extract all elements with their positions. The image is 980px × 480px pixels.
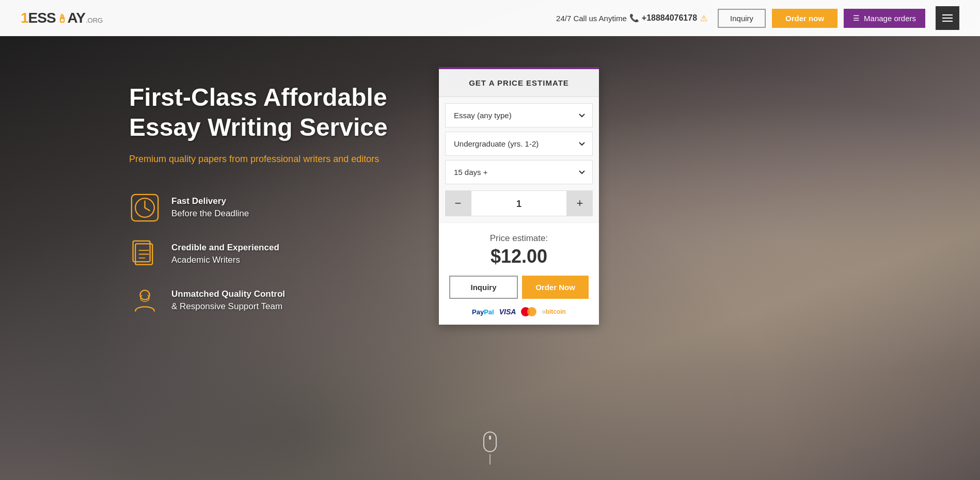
paypal-icon: PayPal	[472, 308, 494, 316]
price-estimate-label: Price estimate:	[449, 233, 589, 244]
feature-fast-delivery: Fast Delivery Before the Deadline	[129, 192, 439, 223]
academic-level-select[interactable]: High School Undergraduate (yrs. 1-2) Und…	[445, 132, 593, 156]
manage-orders-icon: ☰	[853, 14, 860, 22]
manage-orders-label: Manage orders	[864, 14, 916, 23]
essay-type-select[interactable]: Essay (any type) Research Paper Term Pap…	[445, 103, 593, 127]
phone-label: 24/7 Call us Anytime	[556, 14, 627, 23]
phone-icon: 📞	[629, 13, 639, 23]
svg-line-3	[145, 207, 149, 211]
features-list: Fast Delivery Before the Deadline C	[129, 192, 439, 316]
warning-icon: ⚠	[700, 13, 707, 23]
visa-icon: VISA	[499, 308, 516, 316]
feature-credible-writers-text: Credible and Experienced Academic Writer…	[171, 242, 279, 266]
quantity-display: 1	[471, 190, 567, 216]
panel-order-now-button[interactable]: Order Now	[522, 276, 589, 299]
hero-section: First-Class Affordable Essay Writing Ser…	[0, 36, 980, 480]
scroll-dot	[489, 436, 491, 440]
hamburger-line-3	[942, 21, 953, 22]
feature-quality-control-line2: & Responsive Support Team	[171, 301, 282, 311]
feature-quality-control: Unmatched Quality Control & Responsive S…	[129, 285, 439, 316]
quantity-row: − 1 +	[445, 190, 593, 216]
mastercard-icon	[521, 307, 536, 316]
clock-icon	[129, 192, 160, 223]
quantity-decrease-button[interactable]: −	[445, 190, 471, 216]
feature-credible-writers: Credible and Experienced Academic Writer…	[129, 238, 439, 269]
logo-one: 1	[21, 10, 28, 26]
phone-info: 24/7 Call us Anytime 📞 +18884076178 ⚠	[556, 13, 707, 23]
hamburger-line-1	[942, 14, 953, 15]
hamburger-menu-button[interactable]	[936, 6, 959, 30]
feature-fast-delivery-text: Fast Delivery Before the Deadline	[171, 195, 249, 220]
feature-fast-delivery-line2: Before the Deadline	[171, 209, 249, 218]
price-panel-header: GET A PRICE ESTIMATE	[439, 69, 599, 97]
hamburger-line-2	[942, 18, 953, 19]
phone-number: +18884076178	[642, 13, 697, 23]
logo-ay: AY	[68, 10, 85, 26]
svg-point-9	[140, 290, 149, 299]
payment-icons: PayPal VISA ○bitcoin	[449, 307, 589, 316]
scroll-line	[489, 454, 491, 465]
inquiry-button[interactable]: Inquiry	[718, 9, 766, 28]
logo-flame-icon: 🕯	[56, 12, 67, 25]
feature-fast-delivery-line1: Fast Delivery	[171, 196, 226, 206]
hero-subtitle: Premium quality papers from professional…	[129, 152, 439, 166]
feature-quality-control-text: Unmatched Quality Control & Responsive S…	[171, 288, 285, 313]
bitcoin-icon: ○bitcoin	[542, 308, 566, 315]
person-icon	[129, 285, 160, 316]
feature-credible-writers-line2: Academic Writers	[171, 255, 240, 265]
deadline-select[interactable]: 3 hours 6 hours 12 hours 24 hours 48 hou…	[445, 160, 593, 184]
hero-title: First-Class Affordable Essay Writing Ser…	[129, 83, 439, 142]
price-panel-body: Essay (any type) Research Paper Term Pap…	[439, 97, 599, 222]
panel-inquiry-button[interactable]: Inquiry	[449, 276, 518, 299]
logo-org: .ORG	[86, 17, 103, 24]
scroll-mouse	[483, 431, 497, 452]
logo-essay: ESS	[28, 10, 56, 26]
order-now-button[interactable]: Order now	[772, 9, 837, 28]
feature-quality-control-line1: Unmatched Quality Control	[171, 289, 285, 299]
manage-orders-button[interactable]: ☰ Manage orders	[844, 9, 925, 28]
logo[interactable]: 1ESS🕯AY.ORG	[21, 10, 103, 26]
price-buttons: Inquiry Order Now	[449, 276, 589, 299]
hero-text-block: First-Class Affordable Essay Writing Ser…	[129, 67, 439, 316]
price-estimate-panel: GET A PRICE ESTIMATE Essay (any type) Re…	[439, 67, 599, 325]
scroll-indicator	[483, 431, 497, 465]
site-header: 1ESS🕯AY.ORG 24/7 Call us Anytime 📞 +1888…	[0, 0, 980, 36]
price-estimate-section: Price estimate: $12.00 Inquiry Order Now…	[439, 222, 599, 325]
quantity-increase-button[interactable]: +	[567, 190, 593, 216]
feature-credible-writers-line1: Credible and Experienced	[171, 243, 279, 252]
price-estimate-amount: $12.00	[449, 246, 589, 267]
document-icon	[129, 238, 160, 269]
